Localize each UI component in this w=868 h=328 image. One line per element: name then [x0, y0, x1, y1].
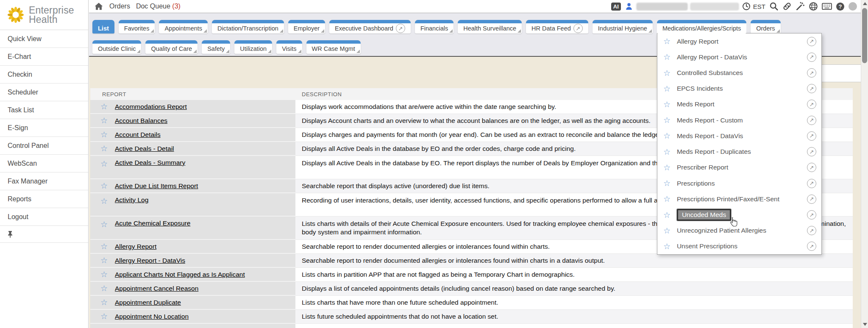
- column-header-report[interactable]: REPORT: [90, 91, 295, 97]
- open-in-new-icon[interactable]: ↗: [807, 84, 816, 93]
- favorite-star-icon[interactable]: ☆: [100, 270, 115, 279]
- sidebar-item-reports[interactable]: Reports: [0, 190, 88, 208]
- report-link[interactable]: Applicant Charts Not Flagged as Is Appli…: [115, 271, 245, 278]
- favorite-star-icon[interactable]: ☆: [663, 84, 673, 94]
- nav-orders[interactable]: Orders: [109, 3, 130, 10]
- favorite-star-icon[interactable]: ☆: [663, 163, 673, 172]
- favorite-star-icon[interactable]: ☆: [100, 116, 115, 125]
- favorite-star-icon[interactable]: ☆: [100, 297, 115, 307]
- tab-visits[interactable]: Visits: [276, 40, 302, 54]
- favorite-star-icon[interactable]: ☆: [100, 256, 115, 265]
- tab-utilization[interactable]: Utilization: [234, 40, 272, 54]
- favorite-star-icon[interactable]: ☆: [100, 159, 115, 169]
- tab-health-surveillance[interactable]: Health Surveillance: [458, 20, 522, 33]
- report-link[interactable]: Allergy Report: [115, 243, 156, 250]
- open-in-new-icon[interactable]: ↗: [807, 53, 816, 62]
- report-link[interactable]: Allergy Report - DataVis: [115, 257, 185, 264]
- report-link[interactable]: Accommodations Report: [115, 103, 187, 111]
- open-in-new-icon[interactable]: ↗: [807, 179, 816, 188]
- magic-wand-icon[interactable]: [796, 2, 805, 11]
- favorite-star-icon[interactable]: ☆: [663, 52, 673, 62]
- menu-item-allergy-report-datavis[interactable]: ☆ Allergy Report - DataVis ↗: [657, 49, 821, 65]
- favorite-star-icon[interactable]: ☆: [663, 210, 673, 220]
- menu-item-allergy-report[interactable]: ☆ Allergy Report ↗: [657, 33, 821, 49]
- open-in-new-icon[interactable]: ↗: [807, 116, 816, 125]
- favorite-star-icon[interactable]: ☆: [100, 196, 115, 206]
- menu-item-meds-report-datavis[interactable]: ☆ Meds Report - DataVis ↗: [657, 128, 821, 144]
- scroll-up-arrow-icon[interactable]: [863, 2, 867, 5]
- tab-executive-dashboard[interactable]: Executive Dashboard ↗: [329, 20, 411, 33]
- sidebar-item-fax-manager[interactable]: Fax Manager: [0, 172, 88, 190]
- vertical-scrollbar[interactable]: [861, 0, 868, 328]
- favorite-star-icon[interactable]: ☆: [663, 100, 673, 109]
- favorite-star-icon[interactable]: ☆: [100, 311, 115, 321]
- tab-outside-clinic[interactable]: Outside Clinic: [92, 40, 141, 54]
- tab-wr-case-mgmt[interactable]: WR Case Mgmt: [306, 40, 361, 54]
- menu-item-meds-report-duplicates[interactable]: ☆ Meds Report - Duplicates ↗: [657, 144, 821, 160]
- open-in-new-icon[interactable]: ↗: [396, 24, 405, 33]
- link-icon[interactable]: [782, 2, 792, 11]
- report-link[interactable]: Active Deals - Detail: [115, 145, 174, 153]
- tab-industrial-hygiene[interactable]: Industrial Hygiene: [593, 20, 653, 33]
- clock-icon[interactable]: [742, 2, 751, 11]
- open-in-new-icon[interactable]: ↗: [807, 210, 816, 220]
- report-link[interactable]: Appointment Cancel Reason: [115, 285, 198, 292]
- menu-item-meds-report[interactable]: ☆ Meds Report ↗: [657, 97, 821, 112]
- open-in-new-icon[interactable]: ↗: [807, 226, 816, 235]
- avatar[interactable]: [849, 2, 857, 11]
- report-link[interactable]: Active Deals - Summary: [115, 159, 185, 167]
- favorite-star-icon[interactable]: ☆: [663, 178, 673, 188]
- favorite-star-icon[interactable]: ☆: [100, 242, 115, 251]
- search-icon[interactable]: [769, 2, 779, 11]
- sidebar-item-e-sign[interactable]: E-Sign: [0, 119, 88, 137]
- open-in-new-icon[interactable]: ↗: [573, 24, 583, 33]
- help-icon[interactable]: ?: [836, 2, 845, 11]
- open-in-new-icon[interactable]: ↗: [807, 131, 816, 141]
- report-link[interactable]: Activity Log: [115, 196, 148, 204]
- menu-item-prescriptions-printed-faxed-esent[interactable]: ☆ Prescriptions Printed/Faxed/E-Sent ↗: [657, 191, 821, 207]
- report-link[interactable]: Appointment Duplicate: [115, 299, 181, 306]
- scrollbar-thumb[interactable]: [862, 8, 867, 63]
- favorite-star-icon[interactable]: ☆: [663, 36, 673, 46]
- open-in-new-icon[interactable]: ↗: [807, 242, 816, 251]
- sidebar-pin-toggle[interactable]: [0, 226, 88, 243]
- favorite-star-icon[interactable]: ☆: [100, 181, 115, 191]
- tab-dictation-transcription[interactable]: Dictation/Transcription: [212, 20, 284, 33]
- report-link[interactable]: Account Balances: [115, 117, 167, 125]
- open-in-new-icon[interactable]: ↗: [807, 68, 816, 78]
- tab-list[interactable]: List: [92, 20, 114, 33]
- menu-item-prescriber-report[interactable]: ☆ Prescriber Report ↗: [657, 160, 821, 175]
- tab-medications-allergies-scripts[interactable]: Medications/Allergies/Scripts: [657, 20, 746, 33]
- favorite-star-icon[interactable]: ☆: [663, 194, 673, 204]
- scroll-down-arrow-icon[interactable]: [863, 323, 867, 326]
- favorite-star-icon[interactable]: ☆: [100, 102, 115, 111]
- tab-hr-data-feed[interactable]: HR Data Feed ↗: [526, 20, 588, 33]
- favorite-star-icon[interactable]: ☆: [663, 242, 673, 251]
- menu-item-prescriptions[interactable]: ☆ Prescriptions ↗: [657, 175, 821, 191]
- favorite-star-icon[interactable]: ☆: [100, 130, 115, 139]
- keyboard-icon[interactable]: [822, 2, 832, 11]
- open-in-new-icon[interactable]: ↗: [807, 37, 816, 46]
- menu-item-meds-report-custom[interactable]: ☆ Meds Report - Custom ↗: [657, 112, 821, 128]
- open-in-new-icon[interactable]: ↗: [807, 147, 816, 156]
- open-in-new-icon[interactable]: ↗: [807, 195, 816, 204]
- favorite-star-icon[interactable]: ☆: [663, 147, 673, 157]
- tab-financials[interactable]: Financials: [415, 20, 453, 33]
- report-link[interactable]: Active Due List Items Report: [115, 182, 198, 190]
- sidebar-item-scheduler[interactable]: Scheduler: [0, 83, 88, 101]
- tab-quality-of-care[interactable]: Quality of Care: [145, 40, 198, 54]
- favorite-star-icon[interactable]: ☆: [663, 115, 673, 125]
- sidebar-item-task-list[interactable]: Task List: [0, 101, 88, 119]
- favorite-star-icon[interactable]: ☆: [663, 131, 673, 141]
- favorite-star-icon[interactable]: ☆: [100, 144, 115, 153]
- user-icon[interactable]: [625, 2, 633, 11]
- sidebar-item-webscan[interactable]: WebScan: [0, 155, 88, 172]
- menu-item-uncoded-meds[interactable]: ☆ Uncoded Meds ↗: [657, 207, 821, 222]
- sidebar-item-quick-view[interactable]: Quick View: [0, 30, 88, 48]
- tab-favorites[interactable]: Favorites: [119, 20, 155, 33]
- column-header-description[interactable]: DESCRIPTION: [295, 91, 342, 97]
- tab-safety[interactable]: Safety: [202, 40, 230, 54]
- favorite-star-icon[interactable]: ☆: [100, 284, 115, 293]
- sidebar-item-checkin[interactable]: Checkin: [0, 66, 88, 83]
- report-link[interactable]: Account Details: [115, 131, 161, 139]
